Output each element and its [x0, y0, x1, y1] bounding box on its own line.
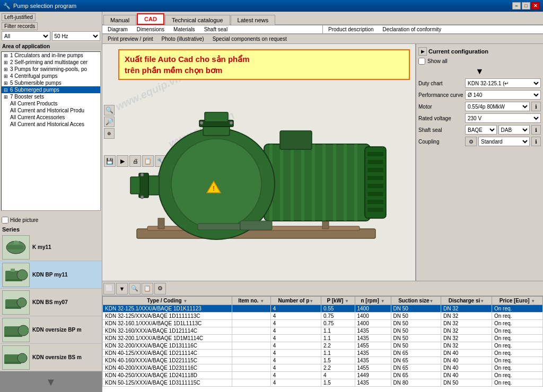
- svg-point-52: [141, 195, 144, 199]
- svg-rect-23: [291, 144, 294, 221]
- tree-item-7[interactable]: ⊞7 Booster sets: [2, 93, 100, 100]
- show-all-label: Show all: [427, 58, 448, 64]
- subtab-shaft-seal[interactable]: Shaft seal: [200, 25, 232, 33]
- table-cell: 1400: [355, 313, 391, 320]
- tab-bar: Manual CAD Technical catalogue Latest ne…: [102, 12, 543, 44]
- motor-label: Motor: [418, 104, 463, 110]
- svg-rect-35: [367, 184, 383, 188]
- tree-item-all-historical[interactable]: All Current and Historical Produ: [8, 107, 100, 114]
- table-wrap: Type / Coding ▼ Item no. ▼ Number of p▼ …: [102, 296, 543, 392]
- voltage-select[interactable]: 230 V: [465, 113, 541, 123]
- subtab-photo[interactable]: Photo (illustrative): [157, 35, 208, 43]
- left-justified-button[interactable]: Left-justified: [2, 13, 36, 21]
- table-cell: On req.: [492, 372, 543, 379]
- subtab-special[interactable]: Special components on request: [208, 35, 291, 43]
- subtab-materials[interactable]: Materials: [169, 25, 199, 33]
- tab-cad[interactable]: CAD: [137, 13, 164, 25]
- subtab-diagram[interactable]: Diagram: [103, 25, 132, 33]
- minimize-button[interactable]: −: [512, 2, 521, 10]
- table-cell: KDN 40-250/XXX/A/BAQE 1D241118D: [103, 372, 232, 379]
- table-row[interactable]: KDN 32-160/XXX/A/BAQE 1D121114C41.11435D…: [103, 327, 543, 335]
- table-cell: 4: [270, 350, 321, 357]
- subtab-product-description[interactable]: Product description: [324, 25, 378, 33]
- hide-picture-checkbox[interactable]: [2, 217, 8, 224]
- duty-chart-select[interactable]: KDN 32-125.1 (↵: [465, 78, 541, 88]
- table-cell: On req.: [492, 364, 543, 372]
- tree-item-1[interactable]: ⊞1 Circulators and in-line pumps: [2, 52, 100, 59]
- tree-item-6[interactable]: ⊟6 Submerged pumps: [2, 86, 100, 93]
- expand-config-button[interactable]: ▶: [418, 47, 427, 56]
- filter-records-button[interactable]: Filter records: [2, 22, 38, 30]
- col-discharge: Discharge si▼: [441, 297, 492, 305]
- close-button[interactable]: ✕: [531, 2, 540, 10]
- svg-rect-24: [301, 144, 304, 221]
- subtab-declaration[interactable]: Declaration of conformity: [379, 25, 446, 33]
- pump-svg: !: [116, 91, 402, 255]
- tree-item-all-historical-acc[interactable]: All Current and Historical Acces: [8, 121, 100, 128]
- coupling-icon-button[interactable]: ⚙: [465, 137, 477, 146]
- coupling-info-button[interactable]: ℹ: [531, 137, 541, 146]
- tree-item-2[interactable]: ⊞2 Self-priming and multistage cer: [2, 59, 100, 66]
- svg-rect-27: [333, 144, 336, 221]
- table-row[interactable]: KDN 32-200.1/XXX/A/BAQE 1D1M1114C41.1143…: [103, 335, 543, 342]
- subtab-dimensions[interactable]: Dimensions: [133, 25, 169, 33]
- tree-item-4[interactable]: ⊞4 Centrifugal pumps: [2, 73, 100, 79]
- table-row[interactable]: KDN 32-125/XXX/A/BAQE 1D1111113C40.75140…: [103, 313, 543, 320]
- show-all-checkbox[interactable]: [418, 58, 425, 65]
- svg-point-11: [18, 325, 29, 336]
- tree-item-all-current[interactable]: All Current Products: [8, 100, 100, 107]
- table-row[interactable]: KDN 32-160.1/XXX/A/BAQE 1D1L1113C40.7514…: [103, 320, 543, 327]
- table-btn-3[interactable]: 🔍: [129, 283, 141, 295]
- table-row[interactable]: KDN 32-125.1/XXX/A/BAQE 1D1K1112340.5514…: [103, 305, 543, 313]
- table-row[interactable]: KDN 32-200/XXX/A/BAQE 1D131116C42.21455D…: [103, 342, 543, 350]
- table-btn-2[interactable]: ▼: [116, 283, 128, 295]
- table-row[interactable]: KDN 40-160/XXX/A/BAQE 1D221115C41.51435D…: [103, 357, 543, 364]
- svg-rect-50: [130, 177, 140, 194]
- table-cell: 1455: [355, 364, 391, 372]
- table-btn-5[interactable]: ⚙: [154, 283, 166, 295]
- shaft-seal-select1[interactable]: BAQE: [465, 125, 497, 135]
- svg-point-14: [17, 353, 27, 363]
- svg-rect-28: [344, 144, 347, 221]
- subtab-print[interactable]: Print preview / print: [103, 35, 157, 43]
- table-cell: [232, 350, 270, 357]
- series-item-k-my11[interactable]: K my11: [0, 234, 102, 261]
- table-btn-1[interactable]: ⬜: [103, 283, 115, 295]
- table-row[interactable]: KDN 40-125/XXX/A/BAQE 1D211114C41.11435D…: [103, 350, 543, 357]
- tab-technical[interactable]: Technical catalogue: [165, 15, 230, 25]
- hz-dropdown[interactable]: 50 Hz: [52, 31, 101, 41]
- table-cell: 4: [270, 305, 321, 313]
- series-item-kdn-oversize-bs[interactable]: KDN oversize BS m: [0, 344, 102, 371]
- table-cell: KDN 40-125/XXX/A/BAQE 1D211114C: [103, 350, 232, 357]
- svg-rect-5: [5, 279, 22, 281]
- table-row[interactable]: KDN 40-200/XXX/A/BAQE 1D231116C42.21455D…: [103, 364, 543, 372]
- tree-item-all-accessories[interactable]: All Current Accessories: [8, 114, 100, 121]
- config-title: Current configuration: [428, 47, 488, 56]
- perf-curve-select[interactable]: Ø 140: [465, 90, 541, 100]
- shaft-seal-info-button[interactable]: ℹ: [531, 125, 541, 135]
- tree-item-3[interactable]: ⊞3 Pumps for swimming-pools, po: [2, 66, 100, 73]
- tab-latest-news[interactable]: Latest news: [231, 15, 276, 25]
- table-cell: DN 80: [391, 379, 441, 387]
- tab-manual[interactable]: Manual: [103, 15, 136, 25]
- table-cell: 1.5: [321, 357, 355, 364]
- svg-rect-45: [205, 112, 228, 122]
- maximize-button[interactable]: □: [522, 2, 530, 10]
- motor-select[interactable]: 0.55/4p 80MkW: [465, 102, 530, 111]
- series-name-k: K my11: [32, 244, 51, 250]
- series-item-kdn-oversize-bp[interactable]: KDN oversize BP m: [0, 316, 102, 344]
- tree-item-5[interactable]: ⊞5 Submersible pumps: [2, 79, 100, 86]
- all-dropdown[interactable]: All: [2, 31, 50, 41]
- table-row[interactable]: KDN 50-125/XXX/A/BAQE 1D3111115C41.51435…: [103, 379, 543, 387]
- series-item-kdn-bs[interactable]: KDN BS my07: [0, 289, 102, 316]
- perf-curve-label: Performance curve: [418, 92, 463, 98]
- table-btn-4[interactable]: 📋: [142, 283, 153, 295]
- table-row[interactable]: KDN 40-250/XXX/A/BAQE 1D241118D441449DN …: [103, 372, 543, 379]
- table-cell: DN 32: [441, 305, 492, 313]
- coupling-select[interactable]: Standard: [478, 137, 530, 146]
- table-cell: [232, 372, 270, 379]
- svg-rect-55: [198, 224, 240, 230]
- motor-info-button[interactable]: ℹ: [531, 102, 541, 111]
- series-item-kdn-bp[interactable]: KDN BP my11: [0, 261, 102, 289]
- shaft-seal-select2[interactable]: DAB: [498, 125, 530, 135]
